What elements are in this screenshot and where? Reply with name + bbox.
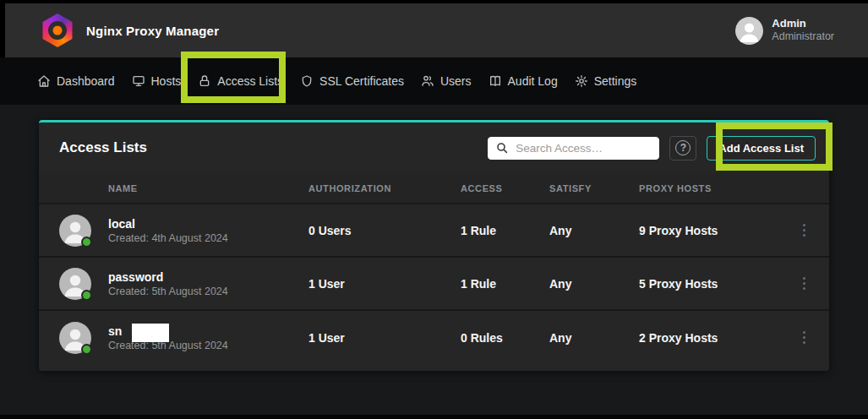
status-online-dot [81,237,92,248]
table-header: NAME AUTHORIZATION ACCESS SATISFY PROXY … [39,173,829,204]
nav-item-ssl-certificates[interactable]: SSL Certificates [300,74,404,88]
users-icon [421,74,434,88]
gear-icon [575,74,588,88]
nav-label: Users [440,74,472,88]
user-menu[interactable]: Admin Administrator [735,17,834,45]
main-nav: Dashboard Hosts Access Lists SSL Certifi… [0,57,868,105]
lock-icon [198,74,211,88]
row-actions-kebab-icon[interactable] [800,326,810,350]
proxy-hosts-cell: 9 Proxy Hosts [639,224,718,237]
authorization-cell: 1 User [308,277,461,291]
avatar [59,215,91,247]
help-button[interactable]: ? [669,136,696,161]
table-row[interactable]: local Created: 4th August 2024 0 Users 1… [39,204,829,258]
access-cell: 1 Rule [461,224,549,237]
nav-item-dashboard[interactable]: Dashboard [37,74,115,88]
help-icon: ? [675,140,691,155]
search-wrap [488,137,659,160]
window-frame-bottom [0,415,868,419]
status-online-dot [81,290,92,301]
user-meta: Admin Administrator [772,17,834,44]
column-header-proxy-hosts: PROXY HOSTS [639,183,809,193]
user-name: Admin [772,17,834,30]
access-list-name: local [108,216,300,232]
monitor-icon [132,74,145,88]
name-cell: local Created: 4th August 2024 [108,216,308,244]
row-actions-kebab-icon[interactable] [800,272,810,296]
nav-label: Dashboard [57,74,115,88]
row-actions-kebab-icon[interactable] [800,219,810,242]
authorization-cell: 1 User [308,331,461,345]
column-header-access: ACCESS [461,183,549,193]
toolbar: ? Add Access List [488,136,816,161]
avatar [59,268,91,300]
user-role: Administrator [772,30,834,44]
access-list-name: password [108,269,300,286]
person-icon [735,17,763,45]
access-lists-panel: Access Lists ? Add Access List [39,120,829,371]
nav-item-access-lists[interactable]: Access Lists [198,74,283,88]
table-row[interactable]: sn Created: 5th August 2024 1 User 0 Rul… [39,311,829,364]
column-header-satisfy: SATISFY [549,183,639,193]
nav-item-hosts[interactable]: Hosts [132,74,182,88]
nav-label: Audit Log [508,74,558,88]
nav-label: Access Lists [217,74,283,88]
panel-header: Access Lists ? Add Access List [39,122,829,173]
shield-icon [300,74,314,88]
app-window: Nginx Proxy Manager Admin Administrator … [0,0,868,419]
home-icon [37,74,51,88]
nav-item-users[interactable]: Users [421,74,472,88]
window-frame-top [0,0,868,3]
nav-item-settings[interactable]: Settings [575,74,637,88]
title-bar: Nginx Proxy Manager Admin Administrator [0,3,868,57]
redaction-box [132,324,169,342]
nav-item-audit-log[interactable]: Audit Log [489,74,558,88]
status-online-dot [81,344,92,355]
search-input[interactable] [488,137,659,160]
app-title: Nginx Proxy Manager [86,24,219,38]
nav-label: Hosts [151,74,182,88]
search-icon [495,141,509,158]
access-list-created: Created: 4th August 2024 [108,232,300,244]
name-cell: sn Created: 5th August 2024 [108,324,308,351]
user-avatar[interactable] [735,17,763,45]
avatar [59,322,91,354]
authorization-cell: 0 Users [308,224,461,237]
satisfy-cell: Any [549,277,639,291]
proxy-hosts-cell: 5 Proxy Hosts [639,277,718,291]
proxy-hosts-cell: 2 Proxy Hosts [639,331,718,345]
column-header-name: NAME [108,183,308,193]
nav-label: Settings [594,74,637,88]
book-icon [489,74,502,88]
main-content: Access Lists ? Add Access List [0,105,868,415]
access-cell: 1 Rule [461,277,549,291]
satisfy-cell: Any [549,331,639,345]
access-list-created: Created: 5th August 2024 [108,286,300,297]
page-title: Access Lists [59,139,147,156]
npm-hexagon-logo [41,14,74,47]
satisfy-cell: Any [549,224,639,237]
column-header-authorization: AUTHORIZATION [308,183,461,193]
name-cell: password Created: 5th August 2024 [108,269,308,297]
table-row[interactable]: password Created: 5th August 2024 1 User… [39,258,829,311]
nav-label: SSL Certificates [319,74,404,88]
access-cell: 0 Rules [461,331,549,345]
add-access-list-button[interactable]: Add Access List [707,136,816,161]
